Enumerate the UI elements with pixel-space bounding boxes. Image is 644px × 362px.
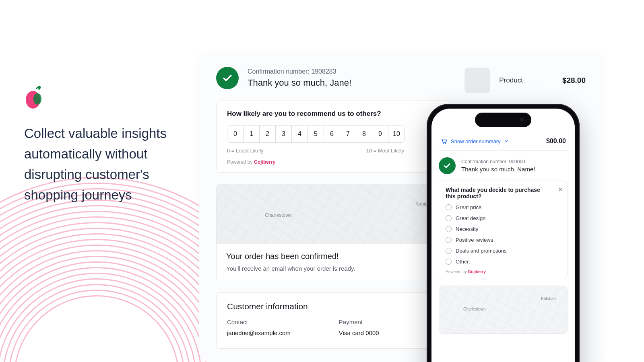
radio-icon	[446, 226, 452, 232]
map-label-right: Kahibah	[541, 296, 556, 301]
survey-option-3[interactable]: Positive reviews	[446, 237, 561, 243]
order-summary-price: $00.00	[546, 138, 566, 145]
nps-score-0[interactable]: 0	[227, 125, 244, 142]
powered-by: Powered by Gojiberry	[446, 269, 561, 274]
nps-score-10[interactable]: 10	[388, 125, 405, 142]
radio-icon	[446, 204, 452, 210]
radio-icon	[446, 248, 452, 254]
nps-score-3[interactable]: 3	[276, 125, 292, 142]
payment-value: Visa card 0000	[339, 329, 379, 336]
nps-score-6[interactable]: 6	[324, 125, 340, 142]
survey-option-0[interactable]: Great price	[446, 204, 561, 210]
nps-score-9[interactable]: 9	[372, 125, 388, 142]
product-label: Product	[499, 76, 523, 84]
nps-score-5[interactable]: 5	[308, 125, 324, 142]
nps-score-7[interactable]: 7	[340, 125, 356, 142]
order-confirmed-title: Your order has been confirmed!	[226, 252, 440, 261]
survey-option-label: Deals and promotions	[456, 248, 506, 254]
order-summary-label: Show order summary	[451, 138, 501, 144]
survey-option-label: Great design	[456, 215, 485, 221]
radio-icon	[446, 259, 452, 265]
marketing-headline: Collect valuable insights automatically …	[24, 123, 193, 206]
thank-you-heading: Thank you so much, Name!	[461, 166, 535, 173]
order-summary-toggle[interactable]: Show order summary $00.00	[439, 134, 568, 151]
map-label-left: Charlestown	[463, 307, 486, 311]
contact-label: Contact	[227, 319, 291, 325]
survey-option-2[interactable]: Necessity	[446, 226, 561, 232]
purchase-reason-card: What made you decide to purchase this pr…	[439, 181, 568, 279]
svg-point-3	[445, 143, 446, 144]
survey-option-4[interactable]: Deals and promotions	[446, 248, 561, 254]
cart-icon	[440, 138, 448, 145]
brand-logo	[24, 84, 45, 109]
survey-option-label: Positive reviews	[456, 237, 493, 243]
nps-scale: 012345678910	[227, 125, 405, 143]
nps-score-1[interactable]: 1	[244, 125, 260, 142]
survey-option-label: Great price	[456, 204, 481, 210]
survey-option-label: Necessity	[456, 226, 478, 232]
product-thumbnail	[464, 68, 490, 93]
nps-score-8[interactable]: 8	[356, 125, 372, 142]
delivery-map: Charlestown Kahibah	[439, 286, 568, 334]
survey-question: What made you decide to purchase this pr…	[446, 187, 561, 200]
order-confirmed-body: You'll receive an email when your order …	[226, 265, 440, 272]
nps-survey-card: How likely are you to recommend us to ot…	[216, 101, 450, 173]
product-price: $28.00	[562, 76, 586, 85]
svg-point-2	[443, 143, 444, 144]
phone-notch	[475, 113, 531, 127]
powered-by: Powered by Gojiberry	[227, 159, 439, 165]
confirmation-number: Confirmation number: 000000	[461, 159, 535, 165]
survey-option-label: Other:	[456, 259, 470, 265]
nps-score-4[interactable]: 4	[292, 125, 308, 142]
chevron-down-icon	[504, 139, 509, 144]
success-check-icon	[439, 157, 456, 174]
map-label-left: Charlestown	[265, 212, 292, 218]
other-input-line[interactable]	[476, 259, 498, 264]
radio-icon	[446, 237, 452, 243]
customer-info-heading: Customer information	[227, 302, 439, 311]
delivery-map: Charlestown Kahibah	[217, 184, 449, 244]
thank-you-heading: Thank you so much, Jane!	[248, 78, 351, 88]
close-icon[interactable]: ×	[559, 186, 562, 193]
customer-info-card: Customer information Contact janedoe@exa…	[216, 292, 450, 349]
survey-option-1[interactable]: Great design	[446, 215, 561, 221]
phone-mockup: Show order summary $00.00 Confirmation n…	[427, 104, 580, 362]
survey-option-other[interactable]: Other:	[446, 259, 561, 265]
success-check-icon	[216, 67, 239, 89]
confirmation-number: Confirmation number: 1908283	[248, 68, 351, 75]
nps-legend-high: 10 = Most Likely	[366, 148, 404, 154]
payment-label: Payment	[339, 319, 379, 325]
svg-point-1	[33, 93, 41, 105]
nps-question: How likely are you to recommend us to ot…	[227, 110, 439, 118]
radio-icon	[446, 215, 452, 221]
contact-value: janedoe@example.com	[227, 329, 291, 336]
nps-legend-low: 0 = Least Likely	[227, 148, 264, 154]
order-confirmed-card: Charlestown Kahibah Your order has been …	[216, 184, 450, 281]
nps-score-2[interactable]: 2	[260, 125, 276, 142]
